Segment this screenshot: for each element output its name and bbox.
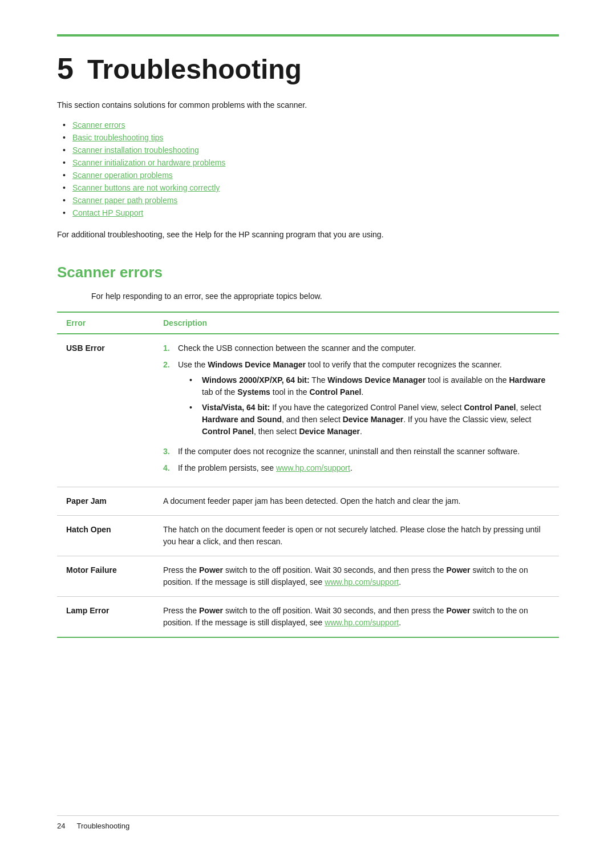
toc-link-scanner-errors[interactable]: Scanner errors — [72, 120, 125, 130]
footer: 24 Troubleshooting — [57, 815, 559, 830]
error-label: Hatch Open — [57, 516, 154, 556]
error-label: Lamp Error — [57, 597, 154, 638]
hp-support-link-motor[interactable]: www.hp.com/support — [325, 577, 399, 587]
table-row: Hatch Open The hatch on the document fee… — [57, 516, 559, 556]
list-item: 3. If the computer does not recognize th… — [163, 446, 550, 458]
table-row: USB Error 1. Check the USB connection be… — [57, 334, 559, 487]
hp-support-link-lamp[interactable]: www.hp.com/support — [325, 618, 399, 627]
list-item: Scanner buttons are not working correctl… — [63, 183, 559, 192]
top-border — [57, 34, 559, 37]
list-item: Scanner errors — [63, 120, 559, 130]
toc-link-installation[interactable]: Scanner installation troubleshooting — [72, 145, 199, 155]
section-intro: For help responding to an error, see the… — [57, 290, 559, 302]
error-table: Error Description USB Error 1. Check the… — [57, 312, 559, 638]
col-header-description: Description — [154, 312, 559, 334]
additional-info: For additional troubleshooting, see the … — [57, 229, 559, 241]
toc-link-initialization[interactable]: Scanner initialization or hardware probl… — [72, 158, 225, 167]
usb-error-steps: 1. Check the USB connection between the … — [163, 342, 550, 474]
list-item: Contact HP Support — [63, 208, 559, 217]
toc-link-contact[interactable]: Contact HP Support — [72, 208, 143, 217]
error-description: Press the Power switch to the off positi… — [154, 556, 559, 597]
list-item: Scanner operation problems — [63, 171, 559, 180]
list-item: 1. Check the USB connection between the … — [163, 342, 550, 354]
intro-text: This section contains solutions for comm… — [57, 99, 559, 111]
chapter-number: 5 — [57, 54, 74, 83]
list-item: Basic troubleshooting tips — [63, 133, 559, 142]
section-header-scanner-errors: Scanner errors — [57, 264, 559, 281]
error-description: 1. Check the USB connection between the … — [154, 334, 559, 487]
list-item: 4. If the problem persists, see www.hp.c… — [163, 462, 550, 474]
chapter-header: 5 Troubleshooting — [57, 54, 559, 83]
toc-link-operation[interactable]: Scanner operation problems — [72, 171, 173, 180]
error-label: Paper Jam — [57, 487, 154, 516]
list-item: Vista/Vista, 64 bit: If you have the cat… — [189, 402, 550, 438]
table-header-row: Error Description — [57, 312, 559, 334]
chapter-title: Troubleshooting — [87, 56, 302, 83]
list-item: Scanner installation troubleshooting — [63, 145, 559, 155]
toc-link-buttons[interactable]: Scanner buttons are not working correctl… — [72, 183, 220, 192]
error-label: USB Error — [57, 334, 154, 487]
error-description: Press the Power switch to the off positi… — [154, 597, 559, 638]
error-description: The hatch on the document feeder is open… — [154, 516, 559, 556]
col-header-error: Error — [57, 312, 154, 334]
toc-link-basic-tips[interactable]: Basic troubleshooting tips — [72, 133, 164, 142]
footer-section-label: Troubleshooting — [76, 822, 129, 830]
table-row: Motor Failure Press the Power switch to … — [57, 556, 559, 597]
error-label: Motor Failure — [57, 556, 154, 597]
list-item: Scanner initialization or hardware probl… — [63, 158, 559, 167]
page: 5 Troubleshooting This section contains … — [0, 0, 616, 853]
hp-support-link-usb[interactable]: www.hp.com/support — [276, 463, 350, 472]
sub-list: Windows 2000/XP/XP, 64 bit: The Windows … — [178, 374, 550, 438]
list-item: Scanner paper path problems — [63, 196, 559, 205]
list-item: 2. Use the Windows Device Manager tool t… — [163, 359, 550, 441]
list-item: Windows 2000/XP/XP, 64 bit: The Windows … — [189, 374, 550, 398]
error-description: A document feeder paper jam has been det… — [154, 487, 559, 516]
table-row: Paper Jam A document feeder paper jam ha… — [57, 487, 559, 516]
footer-page-number: 24 — [57, 822, 65, 830]
table-row: Lamp Error Press the Power switch to the… — [57, 597, 559, 638]
toc-link-paper-path[interactable]: Scanner paper path problems — [72, 196, 177, 205]
toc-list: Scanner errors Basic troubleshooting tip… — [57, 120, 559, 217]
